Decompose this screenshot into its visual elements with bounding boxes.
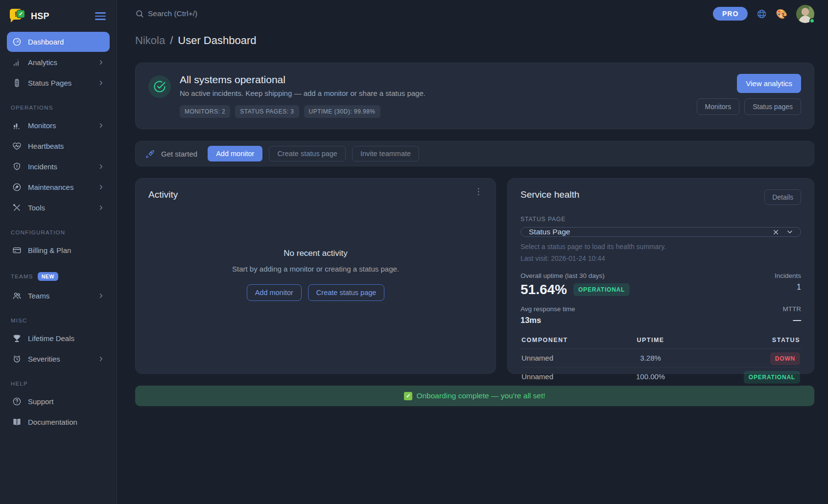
hero-text: All systems operational No active incide… — [180, 74, 688, 118]
hero-subtitle: No active incidents. Keep shipping — add… — [180, 89, 688, 97]
page-title: User Dashboard — [178, 34, 256, 47]
hero-title: All systems operational — [180, 74, 688, 86]
create-status-page-button[interactable]: Create status page — [269, 146, 346, 161]
column-header-uptime: UPTIME — [619, 334, 682, 349]
sidebar-item-teams[interactable]: Teams — [7, 286, 110, 306]
sidebar-item-support[interactable]: Support — [7, 391, 110, 412]
status-cell: DOWN — [682, 349, 801, 367]
service-health-card: Service health Details STATUS PAGE Statu… — [507, 178, 814, 374]
sidebar-item-billing-plan[interactable]: Billing & Plan — [7, 240, 110, 260]
sidebar-item-label: Monitors — [28, 121, 91, 130]
onboarding-banner-text: Onboarding complete — you're all set! — [416, 391, 545, 400]
search-icon — [135, 9, 144, 18]
breadcrumb: Nikola / User Dashboard — [135, 34, 814, 47]
chevron-right-icon — [97, 204, 105, 211]
service-health-title: Service health — [520, 189, 579, 200]
breadcrumb-parent[interactable]: Nikola — [135, 34, 165, 47]
sidebar-item-label: Analytics — [28, 58, 91, 67]
uptime-metric: Overall uptime (last 30 days) 51.64% OPE… — [520, 272, 630, 298]
main-area: PRO 🎨 Nikola / User Dashboard All system… — [117, 0, 828, 504]
avg-response-label: Avg response time — [520, 305, 575, 313]
wrench-circle-icon — [12, 183, 22, 192]
sidebar-section-operations: OPERATIONS — [7, 105, 110, 111]
status-page-select[interactable]: Status Page — [520, 227, 801, 237]
sidebar-section-help: HELP — [7, 381, 110, 387]
view-analytics-button[interactable]: View analytics — [737, 74, 801, 93]
sidebar-item-lifetime-deals[interactable]: Lifetime Deals — [7, 328, 110, 348]
search-input[interactable] — [148, 9, 314, 18]
sidebar-item-incidents[interactable]: Incidents — [7, 157, 110, 177]
sidebar-item-label: Lifetime Deals — [28, 334, 105, 343]
hero-stat-badge: MONITORS: 2 — [180, 105, 230, 118]
theme-palette-icon[interactable]: 🎨 — [776, 9, 787, 19]
clear-icon[interactable] — [772, 229, 780, 236]
sidebar-item-documentation[interactable]: Documentation — [7, 412, 110, 432]
sidebar: ! ✓ HSP DashboardAnalyticsStatus PagesOP… — [0, 0, 117, 504]
add-monitor-empty-button[interactable]: Add monitor — [247, 284, 302, 301]
activity-card: Activity ⋮ No recent activity Start by a… — [135, 178, 496, 374]
users-icon — [12, 291, 22, 301]
hero-actions: View analytics MonitorsStatus pages — [697, 74, 801, 118]
hero-stat-badge: STATUS PAGES: 3 — [235, 105, 299, 118]
search-bar[interactable] — [135, 9, 713, 18]
logo-row: ! ✓ HSP — [7, 7, 110, 31]
sidebar-item-dashboard[interactable]: Dashboard — [7, 32, 110, 52]
chevron-right-icon — [97, 355, 105, 363]
online-status-dot — [809, 18, 815, 23]
sidebar-section-configuration: CONFIGURATION — [7, 229, 110, 235]
app-name: HSP — [31, 11, 94, 22]
chevron-right-icon — [97, 183, 105, 191]
sidebar-nav: DashboardAnalyticsStatus PagesOPERATIONS… — [7, 32, 110, 432]
status-pages-button[interactable]: Status pages — [744, 98, 801, 115]
sidebar-item-maintenances[interactable]: Maintenances — [7, 177, 110, 197]
hero-secondary-actions: MonitorsStatus pages — [697, 98, 801, 115]
book-open-icon — [12, 417, 22, 427]
pro-badge[interactable]: PRO — [713, 7, 748, 21]
invite-teammate-button[interactable]: Invite teammate — [352, 146, 419, 161]
user-avatar[interactable] — [796, 5, 814, 23]
chevron-down-icon — [786, 228, 794, 236]
incidents-metric: Incidents 1 — [775, 272, 801, 298]
chevron-right-icon — [97, 79, 105, 87]
avg-response-metric: Avg response time 13ms — [520, 305, 575, 325]
sidebar-item-label: Severities — [28, 355, 91, 363]
sidebar-item-heartbeats[interactable]: Heartbeats — [7, 136, 110, 156]
traffic-light-icon — [12, 78, 22, 88]
sidebar-item-tools[interactable]: Tools — [7, 198, 110, 218]
sidebar-item-label: Status Pages — [28, 79, 91, 87]
sidebar-item-severities[interactable]: Severities — [7, 349, 110, 369]
table-row: Unnamed3.28%DOWN — [520, 349, 801, 367]
uptime-status-badge: OPERATIONAL — [573, 283, 630, 296]
sidebar-item-analytics[interactable]: Analytics — [7, 52, 110, 72]
chevron-right-icon — [97, 59, 105, 66]
sidebar-item-monitors[interactable]: Monitors — [7, 115, 110, 136]
onboarding-banner: ✓ Onboarding complete — you're all set! — [135, 386, 814, 406]
new-badge: NEW — [38, 272, 58, 281]
hamburger-menu-icon[interactable] — [94, 10, 107, 22]
empty-title: No recent activity — [284, 249, 347, 258]
breadcrumb-separator: / — [170, 34, 173, 47]
status-cell: OPERATIONAL — [682, 367, 801, 386]
alarm-clock-icon — [12, 354, 22, 364]
activity-actions: Add monitorCreate status page — [247, 284, 385, 301]
add-monitor-button[interactable]: Add monitor — [208, 146, 262, 161]
sidebar-item-label: Support — [28, 397, 105, 406]
dashboard-icon — [12, 37, 22, 47]
create-status-page-empty-button[interactable]: Create status page — [308, 284, 385, 301]
mttr-value: — — [783, 316, 802, 325]
get-started-bar: Get started Add monitorCreate status pag… — [135, 141, 814, 166]
component-cell: Unnamed — [520, 349, 619, 367]
content: Nikola / User Dashboard All systems oper… — [117, 27, 828, 504]
status-badge: DOWN — [770, 352, 800, 365]
circle-check-icon — [148, 75, 171, 98]
analytics-icon — [12, 58, 22, 68]
chevron-right-icon — [97, 122, 105, 129]
help-circle-icon — [12, 397, 22, 407]
monitors-button[interactable]: Monitors — [697, 98, 740, 115]
sidebar-item-status-pages[interactable]: Status Pages — [7, 73, 110, 93]
globe-icon[interactable] — [757, 9, 767, 19]
details-button[interactable]: Details — [764, 189, 801, 205]
cards-row: Activity ⋮ No recent activity Start by a… — [135, 178, 814, 374]
chevron-right-icon — [97, 292, 105, 299]
sidebar-item-label: Billing & Plan — [28, 246, 105, 254]
